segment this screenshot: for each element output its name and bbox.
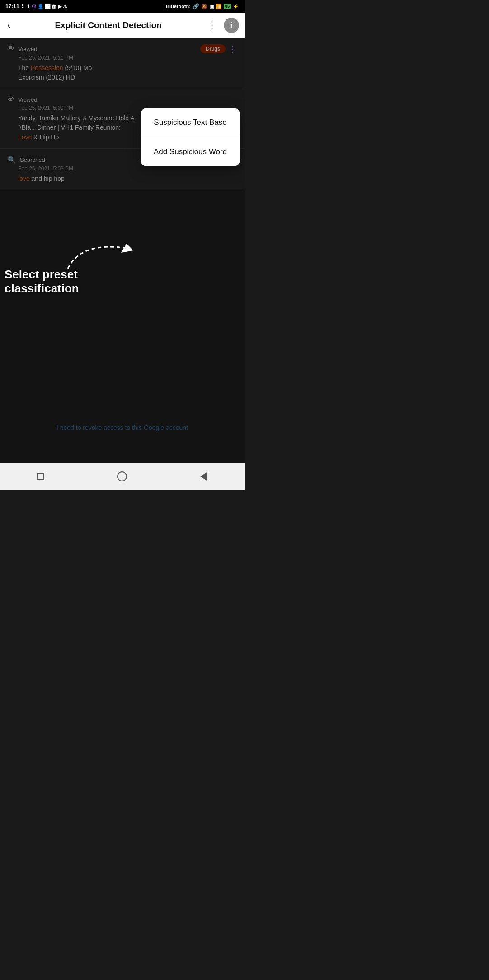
page-title: Explicit Content Detection [16, 20, 201, 30]
nav-home-button[interactable] [115, 470, 129, 483]
status-icons: ⠿ ⬇ ⚇ 👤 🅿 🗑 ▶ ⚠ [21, 4, 67, 9]
back-triangle-icon [200, 472, 207, 481]
charging-icon: ⚡ [233, 4, 239, 9]
add-suspicious-word-option[interactable]: Add Suspicious Word [141, 137, 240, 166]
annotation-line1: Select preset classification [5, 268, 79, 296]
status-left: 17:11 ⠿ ⬇ ⚇ 👤 🅿 🗑 ▶ ⚠ [5, 3, 67, 9]
popup-menu: Suspicious Text Base Add Suspicious Word [141, 108, 240, 166]
content-area: 👁 Viewed Drugs ⋮ Feb 25, 2021, 5:11 PM T… [0, 38, 244, 463]
sim-icon: ▣ [209, 4, 214, 9]
more-options-button[interactable]: ⋮ [204, 18, 220, 33]
status-right: Bluetooth; 🔗 🔕 ▣ 📶 85 ⚡ [166, 3, 239, 9]
top-bar: ‹ Explicit Content Detection ⋮ i [0, 13, 244, 38]
nav-square-button[interactable] [34, 470, 47, 483]
circle-icon [117, 471, 127, 481]
status-bar: 17:11 ⠿ ⬇ ⚇ 👤 🅿 🗑 ▶ ⚠ Bluetooth; 🔗 🔕 ▣ 📶… [0, 0, 244, 13]
back-button[interactable]: ‹ [5, 18, 12, 33]
suspicious-text-base-option[interactable]: Suspicious Text Base [141, 108, 240, 137]
mute-icon: 🔕 [201, 4, 207, 9]
square-icon [37, 473, 44, 480]
wifi-icon: 📶 [216, 4, 222, 9]
nav-bar [0, 463, 244, 490]
info-button[interactable]: i [224, 18, 239, 33]
battery-display: 85 [224, 4, 231, 9]
annotation-text: Select preset classification [5, 268, 79, 296]
nav-back-button[interactable] [197, 470, 211, 483]
time-display: 17:11 [5, 3, 19, 9]
bluetooth-icon: Bluetooth; [166, 4, 191, 9]
bluetooth-icon: 🔗 [193, 3, 199, 9]
